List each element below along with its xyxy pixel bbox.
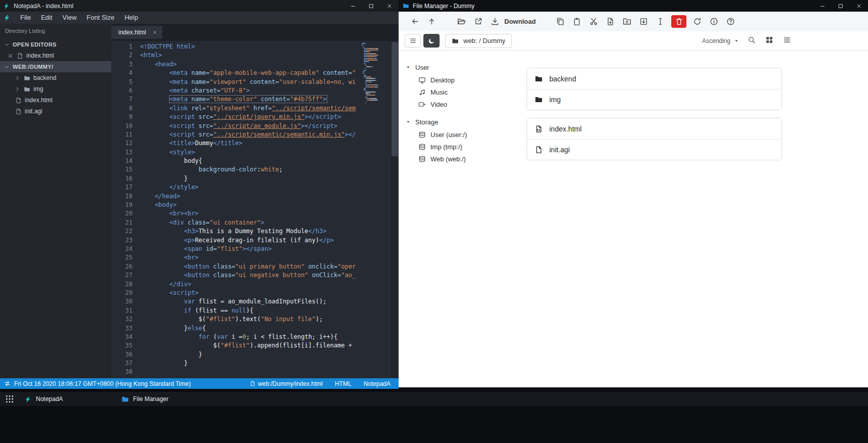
new-folder-button[interactable] xyxy=(620,15,634,28)
code-editor[interactable]: 1234567891011121314151617181920212223242… xyxy=(111,41,399,378)
close-icon[interactable] xyxy=(152,30,157,35)
sidebar-item-web-web[interactable]: Web (web:/) xyxy=(406,153,514,165)
file-row-init-agi[interactable]: init.agi xyxy=(527,139,782,160)
notepada-titlebar: NotepadA - index.html xyxy=(0,0,399,12)
tree-item-img[interactable]: img xyxy=(0,83,111,95)
line-number: 31 xyxy=(111,306,133,315)
paste-button[interactable] xyxy=(570,15,584,28)
notepada-maximize-button[interactable] xyxy=(362,0,380,12)
tree-item-index-html[interactable]: index.html xyxy=(0,50,111,61)
sidebar-item-video[interactable]: Video xyxy=(406,98,514,110)
code-line: $("#flist").text("No input file"); xyxy=(140,315,362,324)
caret-down-icon xyxy=(406,119,411,124)
directory-sidebar: Directory Listing OPEN EDITORSindex.html… xyxy=(0,24,111,378)
menu-edit[interactable]: Edit xyxy=(36,12,57,24)
line-number: 13 xyxy=(111,148,133,157)
info-button[interactable] xyxy=(707,15,721,28)
menu-view[interactable]: View xyxy=(57,12,81,24)
file-icon xyxy=(250,381,255,386)
apps-menu-button[interactable] xyxy=(5,394,14,404)
notepada-close-button[interactable] xyxy=(380,0,399,12)
apps-grid-icon xyxy=(5,394,14,404)
hamburger-icon xyxy=(409,37,417,45)
filemanager-minimize-button[interactable] xyxy=(813,0,832,12)
menu-toggle-button[interactable] xyxy=(405,34,421,48)
rename-button[interactable] xyxy=(654,15,667,28)
tab-index-html[interactable]: index.html xyxy=(111,26,162,39)
help-button[interactable] xyxy=(724,15,737,28)
up-button[interactable] xyxy=(425,15,439,28)
tree-item-open-editors[interactable]: OPEN EDITORS xyxy=(0,39,111,50)
video-icon xyxy=(418,101,426,108)
tree-item-index-html[interactable]: index.html xyxy=(0,95,111,106)
filemanager-window-title: File Manager - Dummy xyxy=(413,3,474,10)
filemanager-close-button[interactable] xyxy=(850,0,868,12)
status-right: web:/Dummy/index.html HTML NotepadA xyxy=(250,380,390,387)
line-number: 2 xyxy=(111,51,133,60)
sidebar-item-user-user[interactable]: User (user:/) xyxy=(406,128,514,141)
taskbar-item-label: NotepadA xyxy=(36,395,63,403)
file-row-index-html[interactable]: index.html xyxy=(527,118,782,139)
tree-item-web-dummy[interactable]: WEB:/DUMMY/ xyxy=(0,61,111,72)
refresh-icon xyxy=(693,17,702,26)
sidebar-item-desktop[interactable]: Desktop xyxy=(406,74,514,86)
search-icon xyxy=(748,36,756,44)
tab-bar: index.html xyxy=(111,24,399,41)
sidebar-item-tmp-tmp[interactable]: tmp (tmp:/) xyxy=(406,141,514,153)
scrollbar-thumb[interactable] xyxy=(392,42,398,156)
copy-icon xyxy=(556,17,565,26)
cut-button[interactable] xyxy=(587,15,600,28)
search-button[interactable] xyxy=(747,36,757,46)
filemanager-maximize-button[interactable] xyxy=(832,0,850,12)
info-icon xyxy=(710,17,718,26)
grid-view-button[interactable] xyxy=(764,36,774,46)
file-code-icon xyxy=(535,125,543,133)
close-icon[interactable] xyxy=(7,53,14,59)
download-label[interactable]: Download xyxy=(504,18,536,25)
menu-help[interactable]: Help xyxy=(119,12,143,24)
rename-icon xyxy=(656,17,665,26)
back-button[interactable] xyxy=(408,15,422,28)
list-view-button[interactable] xyxy=(782,36,792,46)
up-icon xyxy=(427,17,436,26)
taskbar-item-notepada[interactable]: NotepadA xyxy=(24,392,63,406)
taskbar-item-file-manager[interactable]: File Manager xyxy=(121,392,168,406)
code-content: <!DOCTYPE html><html> <head> <meta name=… xyxy=(140,42,362,378)
editor-scrollbar[interactable] xyxy=(391,41,399,378)
download-button[interactable] xyxy=(488,15,502,28)
dark-mode-toggle[interactable] xyxy=(423,34,440,48)
line-number: 38 xyxy=(111,368,133,376)
filemanager-window: File Manager - Dummy Download web: / Dum… xyxy=(399,0,868,387)
desktop-icon xyxy=(418,76,426,84)
copy-button[interactable] xyxy=(553,15,567,28)
minimap[interactable] xyxy=(362,43,390,378)
tree-item-backend[interactable]: backend xyxy=(0,72,111,83)
file-row-img[interactable]: img xyxy=(527,89,782,110)
notepada-minimize-button[interactable] xyxy=(344,0,362,12)
notepada-window-controls xyxy=(344,0,399,12)
sort-dropdown[interactable]: Ascending xyxy=(702,37,739,45)
new-file-button[interactable] xyxy=(603,15,617,28)
tree-item-init-agi[interactable]: init.agi xyxy=(0,106,111,117)
sidebar-item-music[interactable]: Music xyxy=(406,86,514,98)
sidebar-section-storage[interactable]: Storage xyxy=(406,115,514,128)
breadcrumb[interactable]: web: / Dummy xyxy=(445,34,512,48)
file-row-backend[interactable]: backend xyxy=(527,68,782,89)
filemanager-titlebar: File Manager - Dummy xyxy=(399,0,868,12)
taskbar: NotepadAFile Manager xyxy=(0,392,868,406)
import-button[interactable] xyxy=(637,15,650,28)
code-line: <script src="../script/jquery.min.js"></… xyxy=(140,113,362,121)
open-external-button[interactable] xyxy=(471,15,485,28)
menu-font-size[interactable]: Font Size xyxy=(81,12,119,24)
line-number: 11 xyxy=(111,130,133,139)
folder-open-button[interactable] xyxy=(455,15,468,28)
line-numbers: 1234567891011121314151617181920212223242… xyxy=(111,42,140,378)
line-number: 9 xyxy=(111,113,133,121)
delete-button[interactable] xyxy=(671,15,686,28)
line-number: 14 xyxy=(111,157,133,165)
refresh-button[interactable] xyxy=(690,15,704,28)
line-number: 6 xyxy=(111,86,133,95)
file-name: init.agi xyxy=(549,146,570,154)
menu-file[interactable]: File xyxy=(15,12,36,24)
sidebar-section-user[interactable]: User xyxy=(406,61,514,74)
